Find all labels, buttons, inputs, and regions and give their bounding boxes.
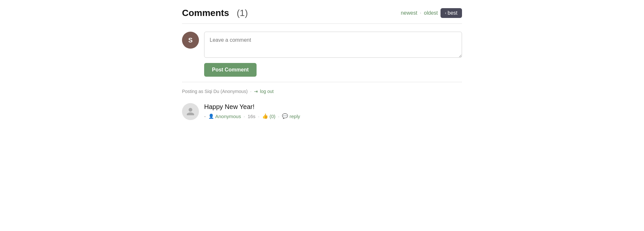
table-row: Happy New Year! - 👤 Anonymous · 16s · 👍 …	[182, 103, 462, 120]
comment-author-name: Anonymous	[215, 114, 241, 119]
logout-icon: ⇥	[254, 89, 258, 94]
comment-likes-button[interactable]: 👍 (0)	[262, 113, 275, 119]
sort-sep1: ·	[420, 10, 421, 16]
sort-controls: newest · oldest ‹ best	[401, 8, 462, 18]
comments-title-area: Comments (1)	[182, 8, 248, 18]
posting-info: Posting as Siqi Du (Anonymous) · ⇥ log o…	[182, 82, 462, 100]
page-container: Comments (1) newest · oldest ‹ best S Po…	[175, 0, 469, 136]
thumbs-up-icon: 👍	[262, 113, 268, 119]
person-icon	[186, 107, 195, 116]
comment-textarea[interactable]	[204, 32, 462, 58]
meta-dot-2: ·	[258, 114, 259, 119]
logout-label: log out	[260, 89, 273, 94]
anon-avatar	[182, 103, 199, 120]
comments-title-text: Comments	[182, 8, 229, 18]
comments-header: Comments (1) newest · oldest ‹ best	[182, 8, 462, 24]
sort-best-label: best	[448, 10, 457, 16]
comments-title: Comments (1)	[182, 8, 248, 18]
comment-author-link[interactable]: 👤 Anonymous	[208, 114, 241, 119]
likes-count: (0)	[270, 114, 275, 119]
posting-as-text: Posting as Siqi Du (Anonymous)	[182, 89, 248, 94]
avatar-letter: S	[188, 37, 192, 44]
reply-label: reply	[289, 114, 300, 119]
sort-best-button[interactable]: ‹ best	[441, 8, 462, 18]
sort-oldest-link[interactable]: oldest	[424, 10, 438, 16]
logout-link[interactable]: ⇥ log out	[254, 89, 273, 94]
comments-count: (1)	[237, 8, 248, 18]
chevron-left-icon: ‹	[445, 11, 446, 15]
reply-icon: 💬	[282, 113, 288, 119]
comment-input-area: S Post Comment	[182, 32, 462, 77]
comment-time: 16s	[247, 114, 255, 119]
sort-newest-link[interactable]: newest	[401, 10, 417, 16]
author-person-icon: 👤	[208, 114, 214, 119]
comment-reply-link[interactable]: 💬 reply	[282, 113, 300, 119]
user-avatar: S	[182, 32, 199, 49]
comment-input-wrapper: Post Comment	[204, 32, 462, 77]
comment-list: Happy New Year! - 👤 Anonymous · 16s · 👍 …	[182, 103, 462, 120]
meta-dot-1: ·	[244, 114, 245, 119]
comment-text: Happy New Year!	[204, 103, 462, 111]
comment-meta: - 👤 Anonymous · 16s · 👍 (0) · 💬	[204, 113, 462, 119]
comment-content: Happy New Year! - 👤 Anonymous · 16s · 👍 …	[204, 103, 462, 119]
meta-dot-3: ·	[278, 114, 279, 119]
posting-sep: ·	[250, 89, 252, 94]
post-comment-button[interactable]: Post Comment	[204, 63, 257, 77]
comment-dash: -	[204, 114, 206, 119]
